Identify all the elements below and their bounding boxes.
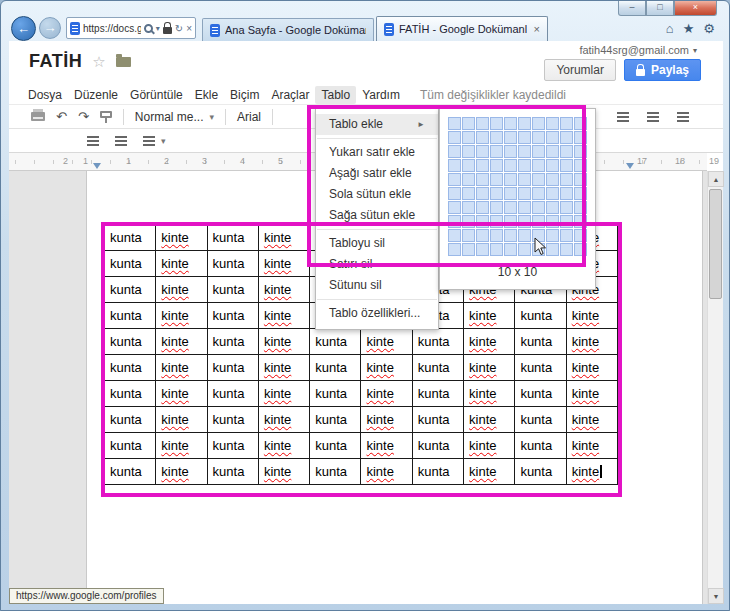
font-selector[interactable]: Arial xyxy=(237,110,261,124)
table-cell[interactable]: kinte xyxy=(464,407,515,433)
grid-cell[interactable] xyxy=(546,145,559,158)
menu-ekle[interactable]: Ekle xyxy=(189,86,224,104)
table-cell[interactable]: kinte xyxy=(464,381,515,407)
table-cell[interactable]: kinte xyxy=(156,355,207,381)
table-cell[interactable]: kunta xyxy=(207,329,258,355)
grid-cell[interactable] xyxy=(560,187,573,200)
table-cell[interactable]: kunta xyxy=(207,381,258,407)
tab-close-icon[interactable]: × xyxy=(534,23,540,35)
table-cell[interactable]: kunta xyxy=(515,329,566,355)
search-icon[interactable] xyxy=(144,24,153,33)
grid-cell[interactable] xyxy=(490,173,503,186)
table-cell[interactable]: kunta xyxy=(105,225,156,251)
grid-cell[interactable] xyxy=(518,229,531,242)
scrollbar-thumb[interactable] xyxy=(709,189,722,299)
grid-cell[interactable] xyxy=(462,243,475,256)
table-cell[interactable]: kunta xyxy=(207,355,258,381)
back-button[interactable]: ← xyxy=(11,16,36,41)
table-cell[interactable]: kunta xyxy=(310,407,361,433)
grid-cell[interactable] xyxy=(504,131,517,144)
table-cell[interactable]: kunta xyxy=(105,407,156,433)
grid-cell[interactable] xyxy=(504,145,517,158)
table-cell[interactable]: kinte xyxy=(361,381,412,407)
grid-cell[interactable] xyxy=(546,187,559,200)
table-cell[interactable]: kunta xyxy=(515,355,566,381)
grid-cell[interactable] xyxy=(462,215,475,228)
share-button[interactable]: Paylaş xyxy=(624,59,701,81)
table-cell[interactable]: kinte xyxy=(156,251,207,277)
grid-cell[interactable] xyxy=(532,159,545,172)
table-cell[interactable]: kunta xyxy=(105,251,156,277)
grid-cell[interactable] xyxy=(448,117,461,130)
scroll-down-icon[interactable]: ▼ xyxy=(708,588,724,604)
table-cell[interactable]: kinte xyxy=(464,355,515,381)
grid-cell[interactable] xyxy=(532,145,545,158)
grid-cell[interactable] xyxy=(546,229,559,242)
table-cell[interactable]: kinte xyxy=(566,355,617,381)
table-cell[interactable]: kunta xyxy=(105,459,156,485)
grid-cell[interactable] xyxy=(560,201,573,214)
print-icon[interactable] xyxy=(31,112,45,121)
menu-görüntüle[interactable]: Görüntüle xyxy=(124,86,189,104)
maximize-button[interactable]: □ xyxy=(646,1,674,16)
grid-cell[interactable] xyxy=(448,131,461,144)
grid-cell[interactable] xyxy=(532,131,545,144)
grid-cell[interactable] xyxy=(518,187,531,200)
table-menu-item[interactable]: Yukarı satır ekle xyxy=(316,142,438,163)
table-cell[interactable]: kinte xyxy=(156,407,207,433)
grid-cell[interactable] xyxy=(490,187,503,200)
redo-icon[interactable]: ↷ xyxy=(78,110,89,123)
indent-decrease-icon[interactable] xyxy=(87,135,99,146)
table-cell[interactable]: kunta xyxy=(105,433,156,459)
table-cell[interactable]: kunta xyxy=(105,355,156,381)
grid-cell[interactable] xyxy=(532,187,545,200)
grid-cell[interactable] xyxy=(504,187,517,200)
grid-cell[interactable] xyxy=(504,243,517,256)
grid-cell[interactable] xyxy=(574,131,587,144)
grid-cell[interactable] xyxy=(490,117,503,130)
table-cell[interactable]: kinte xyxy=(258,355,309,381)
grid-cell[interactable] xyxy=(574,243,587,256)
grid-cell[interactable] xyxy=(574,173,587,186)
grid-cell[interactable] xyxy=(546,215,559,228)
grid-cell[interactable] xyxy=(448,187,461,200)
document-title[interactable]: FATİH xyxy=(29,51,82,72)
grid-cell[interactable] xyxy=(476,201,489,214)
table-cell[interactable]: kunta xyxy=(412,407,463,433)
grid-cell[interactable] xyxy=(560,173,573,186)
table-cell[interactable]: kinte xyxy=(156,459,207,485)
grid-cell[interactable] xyxy=(546,131,559,144)
close-button[interactable]: × xyxy=(674,1,717,16)
browser-tab[interactable]: Ana Sayfa - Google Dokümanlar xyxy=(202,18,374,41)
grid-cell[interactable] xyxy=(504,117,517,130)
search-caret-icon[interactable]: ▾ xyxy=(156,24,160,33)
table-cell[interactable]: kinte xyxy=(258,433,309,459)
stop-icon[interactable]: × xyxy=(186,23,192,34)
grid-cell[interactable] xyxy=(560,117,573,130)
grid-cell[interactable] xyxy=(518,215,531,228)
grid-cell[interactable] xyxy=(462,131,475,144)
table-menu-item[interactable]: Aşağı satır ekle xyxy=(316,163,438,184)
grid-cell[interactable] xyxy=(532,215,545,228)
menu-biçim[interactable]: Biçim xyxy=(224,86,265,104)
grid-cell[interactable] xyxy=(518,117,531,130)
grid-cell[interactable] xyxy=(546,243,559,256)
menu-tablo[interactable]: Tablo xyxy=(315,86,356,104)
grid-cell[interactable] xyxy=(462,187,475,200)
vertical-scrollbar[interactable]: ▲ ▼ xyxy=(707,171,723,604)
table-cell[interactable]: kunta xyxy=(412,381,463,407)
grid-cell[interactable] xyxy=(518,159,531,172)
table-cell[interactable]: kinte xyxy=(258,303,309,329)
table-cell[interactable]: kinte xyxy=(258,407,309,433)
table-cell[interactable]: kunta xyxy=(515,433,566,459)
table-cell[interactable]: kinte xyxy=(258,459,309,485)
table-cell[interactable]: kunta xyxy=(207,225,258,251)
table-cell[interactable]: kinte xyxy=(361,459,412,485)
table-cell[interactable]: kinte xyxy=(258,277,309,303)
grid-cell[interactable] xyxy=(560,159,573,172)
grid-cell[interactable] xyxy=(518,145,531,158)
grid-cell[interactable] xyxy=(574,145,587,158)
grid-cell[interactable] xyxy=(504,159,517,172)
grid-cell[interactable] xyxy=(476,229,489,242)
table-cell[interactable]: kinte xyxy=(464,459,515,485)
